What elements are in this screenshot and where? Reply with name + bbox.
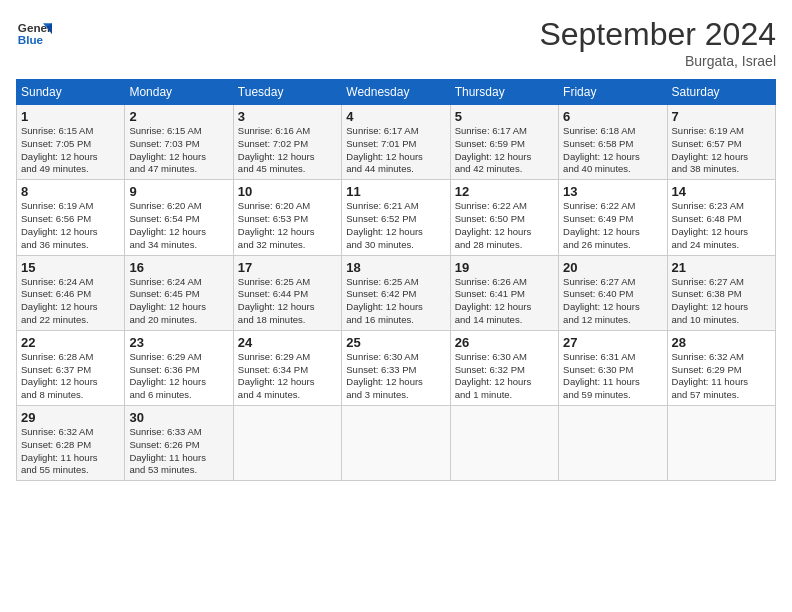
day-number: 5: [455, 109, 554, 124]
day-cell: 1Sunrise: 6:15 AM Sunset: 7:05 PM Daylig…: [17, 105, 125, 180]
col-tuesday: Tuesday: [233, 80, 341, 105]
day-info: Sunrise: 6:18 AM Sunset: 6:58 PM Dayligh…: [563, 125, 662, 176]
day-number: 16: [129, 260, 228, 275]
day-cell: 15Sunrise: 6:24 AM Sunset: 6:46 PM Dayli…: [17, 255, 125, 330]
day-number: 6: [563, 109, 662, 124]
day-cell: 7Sunrise: 6:19 AM Sunset: 6:57 PM Daylig…: [667, 105, 775, 180]
day-cell: 14Sunrise: 6:23 AM Sunset: 6:48 PM Dayli…: [667, 180, 775, 255]
day-cell: 11Sunrise: 6:21 AM Sunset: 6:52 PM Dayli…: [342, 180, 450, 255]
day-cell: 22Sunrise: 6:28 AM Sunset: 6:37 PM Dayli…: [17, 330, 125, 405]
day-number: 2: [129, 109, 228, 124]
calendar-header-row: Sunday Monday Tuesday Wednesday Thursday…: [17, 80, 776, 105]
day-info: Sunrise: 6:30 AM Sunset: 6:32 PM Dayligh…: [455, 351, 554, 402]
day-cell: 29Sunrise: 6:32 AM Sunset: 6:28 PM Dayli…: [17, 406, 125, 481]
day-info: Sunrise: 6:30 AM Sunset: 6:33 PM Dayligh…: [346, 351, 445, 402]
day-number: 25: [346, 335, 445, 350]
day-info: Sunrise: 6:32 AM Sunset: 6:28 PM Dayligh…: [21, 426, 120, 477]
day-number: 27: [563, 335, 662, 350]
day-number: 12: [455, 184, 554, 199]
col-saturday: Saturday: [667, 80, 775, 105]
svg-text:Blue: Blue: [18, 33, 44, 46]
week-row-2: 8Sunrise: 6:19 AM Sunset: 6:56 PM Daylig…: [17, 180, 776, 255]
day-cell: 6Sunrise: 6:18 AM Sunset: 6:58 PM Daylig…: [559, 105, 667, 180]
day-info: Sunrise: 6:20 AM Sunset: 6:54 PM Dayligh…: [129, 200, 228, 251]
day-cell: 24Sunrise: 6:29 AM Sunset: 6:34 PM Dayli…: [233, 330, 341, 405]
day-cell: 5Sunrise: 6:17 AM Sunset: 6:59 PM Daylig…: [450, 105, 558, 180]
day-number: 24: [238, 335, 337, 350]
day-cell: 20Sunrise: 6:27 AM Sunset: 6:40 PM Dayli…: [559, 255, 667, 330]
day-info: Sunrise: 6:19 AM Sunset: 6:56 PM Dayligh…: [21, 200, 120, 251]
day-number: 11: [346, 184, 445, 199]
day-number: 14: [672, 184, 771, 199]
month-title: September 2024: [539, 16, 776, 53]
day-number: 8: [21, 184, 120, 199]
day-cell: 23Sunrise: 6:29 AM Sunset: 6:36 PM Dayli…: [125, 330, 233, 405]
week-row-3: 15Sunrise: 6:24 AM Sunset: 6:46 PM Dayli…: [17, 255, 776, 330]
day-cell: 4Sunrise: 6:17 AM Sunset: 7:01 PM Daylig…: [342, 105, 450, 180]
day-number: 13: [563, 184, 662, 199]
day-cell: 18Sunrise: 6:25 AM Sunset: 6:42 PM Dayli…: [342, 255, 450, 330]
day-info: Sunrise: 6:24 AM Sunset: 6:46 PM Dayligh…: [21, 276, 120, 327]
day-info: Sunrise: 6:15 AM Sunset: 7:05 PM Dayligh…: [21, 125, 120, 176]
col-monday: Monday: [125, 80, 233, 105]
day-info: Sunrise: 6:27 AM Sunset: 6:40 PM Dayligh…: [563, 276, 662, 327]
day-cell: [233, 406, 341, 481]
col-thursday: Thursday: [450, 80, 558, 105]
day-cell: 3Sunrise: 6:16 AM Sunset: 7:02 PM Daylig…: [233, 105, 341, 180]
day-number: 7: [672, 109, 771, 124]
day-info: Sunrise: 6:31 AM Sunset: 6:30 PM Dayligh…: [563, 351, 662, 402]
day-info: Sunrise: 6:26 AM Sunset: 6:41 PM Dayligh…: [455, 276, 554, 327]
header: General Blue September 2024 Burgata, Isr…: [16, 16, 776, 69]
day-number: 19: [455, 260, 554, 275]
day-cell: 8Sunrise: 6:19 AM Sunset: 6:56 PM Daylig…: [17, 180, 125, 255]
day-cell: 26Sunrise: 6:30 AM Sunset: 6:32 PM Dayli…: [450, 330, 558, 405]
day-cell: 30Sunrise: 6:33 AM Sunset: 6:26 PM Dayli…: [125, 406, 233, 481]
day-info: Sunrise: 6:16 AM Sunset: 7:02 PM Dayligh…: [238, 125, 337, 176]
page: General Blue September 2024 Burgata, Isr…: [0, 0, 792, 612]
day-cell: 27Sunrise: 6:31 AM Sunset: 6:30 PM Dayli…: [559, 330, 667, 405]
day-cell: [450, 406, 558, 481]
day-number: 22: [21, 335, 120, 350]
day-cell: 17Sunrise: 6:25 AM Sunset: 6:44 PM Dayli…: [233, 255, 341, 330]
day-number: 23: [129, 335, 228, 350]
day-info: Sunrise: 6:17 AM Sunset: 6:59 PM Dayligh…: [455, 125, 554, 176]
day-info: Sunrise: 6:28 AM Sunset: 6:37 PM Dayligh…: [21, 351, 120, 402]
logo: General Blue: [16, 16, 52, 52]
week-row-4: 22Sunrise: 6:28 AM Sunset: 6:37 PM Dayli…: [17, 330, 776, 405]
day-info: Sunrise: 6:22 AM Sunset: 6:49 PM Dayligh…: [563, 200, 662, 251]
day-info: Sunrise: 6:22 AM Sunset: 6:50 PM Dayligh…: [455, 200, 554, 251]
day-cell: 13Sunrise: 6:22 AM Sunset: 6:49 PM Dayli…: [559, 180, 667, 255]
day-cell: 21Sunrise: 6:27 AM Sunset: 6:38 PM Dayli…: [667, 255, 775, 330]
col-sunday: Sunday: [17, 80, 125, 105]
day-info: Sunrise: 6:32 AM Sunset: 6:29 PM Dayligh…: [672, 351, 771, 402]
day-cell: 2Sunrise: 6:15 AM Sunset: 7:03 PM Daylig…: [125, 105, 233, 180]
day-number: 10: [238, 184, 337, 199]
day-info: Sunrise: 6:24 AM Sunset: 6:45 PM Dayligh…: [129, 276, 228, 327]
day-cell: 12Sunrise: 6:22 AM Sunset: 6:50 PM Dayli…: [450, 180, 558, 255]
day-cell: 19Sunrise: 6:26 AM Sunset: 6:41 PM Dayli…: [450, 255, 558, 330]
day-number: 20: [563, 260, 662, 275]
day-cell: [667, 406, 775, 481]
calendar: Sunday Monday Tuesday Wednesday Thursday…: [16, 79, 776, 481]
day-info: Sunrise: 6:29 AM Sunset: 6:36 PM Dayligh…: [129, 351, 228, 402]
day-info: Sunrise: 6:25 AM Sunset: 6:44 PM Dayligh…: [238, 276, 337, 327]
location: Burgata, Israel: [539, 53, 776, 69]
day-cell: 9Sunrise: 6:20 AM Sunset: 6:54 PM Daylig…: [125, 180, 233, 255]
day-info: Sunrise: 6:33 AM Sunset: 6:26 PM Dayligh…: [129, 426, 228, 477]
day-number: 29: [21, 410, 120, 425]
day-info: Sunrise: 6:20 AM Sunset: 6:53 PM Dayligh…: [238, 200, 337, 251]
day-number: 17: [238, 260, 337, 275]
day-cell: 10Sunrise: 6:20 AM Sunset: 6:53 PM Dayli…: [233, 180, 341, 255]
day-cell: 25Sunrise: 6:30 AM Sunset: 6:33 PM Dayli…: [342, 330, 450, 405]
day-number: 4: [346, 109, 445, 124]
day-info: Sunrise: 6:21 AM Sunset: 6:52 PM Dayligh…: [346, 200, 445, 251]
day-info: Sunrise: 6:29 AM Sunset: 6:34 PM Dayligh…: [238, 351, 337, 402]
day-number: 1: [21, 109, 120, 124]
day-number: 28: [672, 335, 771, 350]
day-number: 9: [129, 184, 228, 199]
day-info: Sunrise: 6:17 AM Sunset: 7:01 PM Dayligh…: [346, 125, 445, 176]
day-number: 30: [129, 410, 228, 425]
day-number: 15: [21, 260, 120, 275]
logo-icon: General Blue: [16, 16, 52, 52]
day-info: Sunrise: 6:15 AM Sunset: 7:03 PM Dayligh…: [129, 125, 228, 176]
